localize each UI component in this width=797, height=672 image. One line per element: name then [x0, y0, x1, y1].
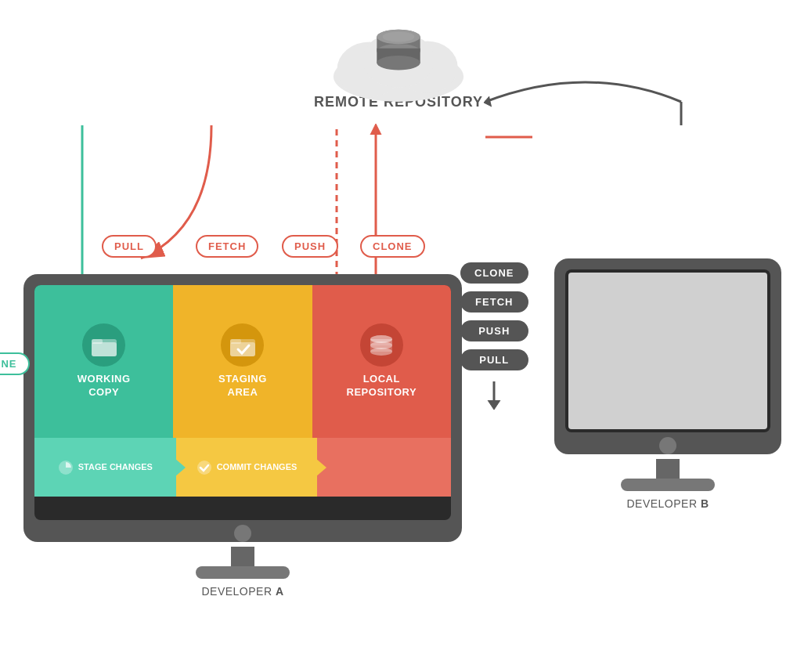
local-repo-bottom	[317, 438, 451, 497]
monitor-stand-b	[554, 459, 781, 491]
staging-area-label: STAGINGAREA	[218, 373, 267, 399]
svg-rect-22	[92, 339, 103, 344]
stage-changes-label: STAGE CHANGES	[78, 461, 153, 472]
monitor-stand-a	[23, 547, 462, 579]
svg-point-30	[370, 348, 392, 356]
svg-rect-24	[230, 342, 255, 356]
monitor-screen-b	[565, 269, 770, 432]
monitor-b: CLONE FETCH PUSH PULL DEVELOPER B	[554, 258, 781, 510]
working-copy-label: WORKINGCOPY	[78, 373, 131, 399]
push-badge: PUSH	[282, 235, 338, 258]
stage-arrow	[175, 458, 186, 477]
svg-point-17	[377, 56, 420, 70]
stand-base-b	[621, 479, 715, 491]
working-copy-section: WORKINGCOPY	[34, 285, 173, 438]
monitor-button-a	[234, 525, 251, 542]
svg-rect-21	[92, 342, 117, 356]
dev-b-label: DEVELOPER B	[554, 497, 781, 510]
local-repo-label: LOCALREPOSITORY	[347, 373, 417, 399]
pull-badge: PULL	[102, 235, 157, 258]
cloud-icon	[312, 8, 485, 102]
dev-a-label: DEVELOPER A	[23, 585, 462, 598]
clone-badge-a2: CLONE	[360, 235, 425, 258]
monitor-a: PULL FETCH PUSH CLONE CLONE	[23, 227, 462, 598]
monitor-frame-a: CLONE WORKI	[23, 274, 462, 542]
stage-changes-section: STAGE CHANGES	[34, 438, 176, 497]
svg-point-32	[197, 461, 211, 475]
staging-icon	[221, 323, 264, 367]
local-repo-section: LOCALREPOSITORY	[312, 285, 451, 438]
dev-b-arrow	[460, 378, 528, 413]
dev-b-fetch-badge: FETCH	[460, 291, 528, 313]
dev-b-badges-container: CLONE FETCH PUSH PULL	[460, 262, 528, 413]
stand-base-a	[196, 566, 290, 579]
commit-arrow	[316, 458, 326, 477]
stand-neck-a	[231, 547, 254, 566]
dev-b-push-badge: PUSH	[460, 320, 528, 341]
monitor-screen-a: WORKINGCOPY	[34, 285, 451, 520]
dev-b-clone-badge: CLONE	[460, 262, 528, 284]
clone-badge-a: CLONE	[0, 352, 30, 375]
staging-area-section: STAGINGAREA	[173, 285, 312, 438]
svg-point-19	[383, 31, 415, 42]
commit-changes-label: COMMIT CHANGES	[217, 461, 298, 472]
commit-changes-section: COMMIT CHANGES	[176, 438, 318, 497]
fetch-badge: FETCH	[196, 235, 258, 258]
folder-icon	[82, 323, 125, 367]
dev-b-pull-badge: PULL	[460, 349, 528, 370]
dev-b-screen-content	[568, 273, 767, 429]
remote-repository: REMOTE REPOSITORY	[312, 8, 485, 110]
svg-rect-25	[230, 339, 241, 344]
monitor-button-b	[659, 437, 676, 454]
stand-neck-b	[656, 459, 680, 479]
monitor-frame-b	[554, 258, 781, 454]
database-icon	[360, 323, 403, 367]
diagram-container: REMOTE REPOSITORY PULL FETCH PUSH CLONE …	[0, 0, 797, 672]
